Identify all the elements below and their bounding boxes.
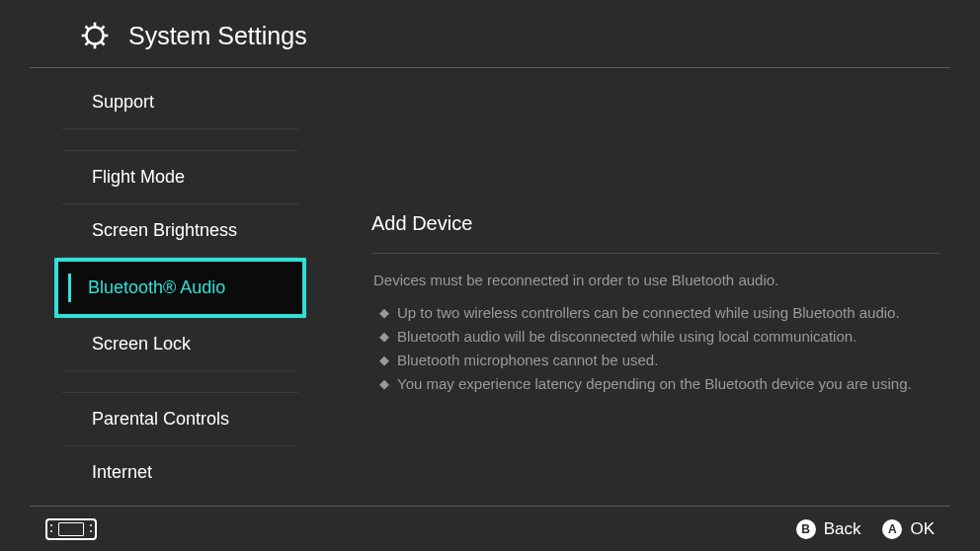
body: Support Flight Mode Screen Brightness Bl… [0, 68, 980, 505]
header: System Settings [30, 0, 950, 68]
sidebar-divider [62, 371, 298, 393]
bullet-text: You may experience latency depending on … [397, 373, 912, 395]
footer-hints: B Back A OK [775, 519, 935, 539]
svg-line-6 [102, 42, 105, 45]
add-device-button[interactable]: Add Device [371, 212, 940, 254]
sidebar-item-label: Screen Lock [92, 334, 191, 354]
diamond-icon: ◆ [379, 326, 389, 348]
b-button-icon: B [796, 519, 816, 539]
bullet-item: ◆ Bluetooth audio will be disconnected w… [379, 326, 940, 348]
bullet-item: ◆ Up to two wireless controllers can be … [379, 302, 940, 324]
content-subtitle: Devices must be reconnected in order to … [373, 272, 940, 288]
bullet-text: Bluetooth microphones cannot be used. [397, 350, 658, 371]
sidebar-item-label: Screen Brightness [92, 220, 237, 240]
bullet-text: Up to two wireless controllers can be co… [397, 302, 900, 324]
svg-line-7 [86, 42, 89, 45]
console-icon [45, 518, 97, 540]
sidebar-item-label: Support [92, 92, 154, 112]
diamond-icon: ◆ [379, 373, 389, 395]
diamond-icon: ◆ [379, 302, 389, 324]
gear-icon [79, 20, 111, 51]
page-title: System Settings [128, 22, 307, 50]
sidebar-item-internet[interactable]: Internet [62, 446, 298, 499]
svg-line-8 [102, 27, 105, 30]
bullet-list: ◆ Up to two wireless controllers can be … [379, 302, 940, 395]
sidebar-item-bluetooth-audio[interactable]: Bluetooth® Audio [54, 258, 306, 318]
ok-label: OK [910, 519, 935, 539]
footer: B Back A OK [30, 506, 950, 551]
svg-point-0 [86, 27, 103, 43]
sidebar-item-label: Parental Controls [92, 409, 229, 429]
content-pane: Add Device Devices must be reconnected i… [316, 68, 980, 505]
sidebar-divider [62, 129, 298, 151]
diamond-icon: ◆ [379, 350, 389, 371]
back-label: Back [824, 519, 861, 539]
sidebar-item-label: Internet [92, 462, 152, 482]
sidebar-item-screen-brightness[interactable]: Screen Brightness [62, 204, 298, 258]
bullet-item: ◆ You may experience latency depending o… [379, 373, 940, 395]
svg-line-5 [86, 27, 89, 30]
ok-button[interactable]: A OK [882, 519, 935, 539]
sidebar-item-support[interactable]: Support [62, 76, 298, 129]
bullet-item: ◆ Bluetooth microphones cannot be used. [379, 350, 940, 371]
back-button[interactable]: B Back [796, 519, 861, 539]
sidebar-item-screen-lock[interactable]: Screen Lock [62, 318, 298, 371]
sidebar-item-label: Flight Mode [92, 167, 185, 187]
sidebar-item-flight-mode[interactable]: Flight Mode [62, 151, 298, 204]
a-button-icon: A [882, 519, 902, 539]
bullet-text: Bluetooth audio will be disconnected whi… [397, 326, 857, 348]
sidebar-item-parental-controls[interactable]: Parental Controls [62, 393, 298, 446]
sidebar: Support Flight Mode Screen Brightness Bl… [0, 68, 316, 505]
sidebar-item-label: Bluetooth® Audio [88, 277, 225, 297]
